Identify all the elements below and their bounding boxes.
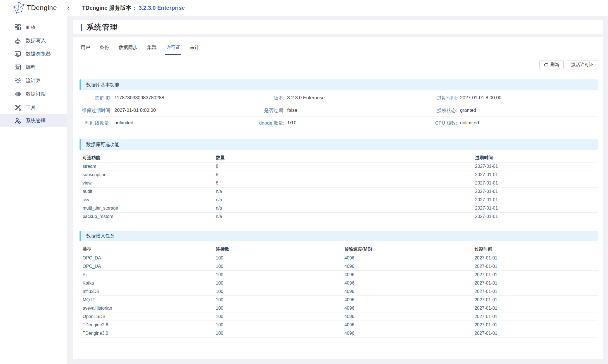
connections-cell: 100 xyxy=(213,262,342,271)
refresh-icon xyxy=(544,63,548,67)
content-card: 用户 备份 数据同步 集群 许可证 审计 刷新 激活许可证 数据库基本功能 xyxy=(73,37,603,359)
kv-row: 维保过期时间: 2027-01-01 8:00:00 是否过期: false 授… xyxy=(80,104,598,117)
ingestion-tasks-table: 类型 连接数 传输速度(MB) 过期时间 OPC_DA 100 4096 202… xyxy=(80,245,598,338)
task-type-cell: TDengine2.6 xyxy=(80,321,213,329)
field-label: dnode 数量: xyxy=(252,120,284,126)
activate-license-label: 激活许可证 xyxy=(571,62,593,68)
section-title: 数据接入任务 xyxy=(86,233,115,239)
sidebar-item-label: 工具 xyxy=(26,104,36,111)
quantity-cell: 8 xyxy=(213,171,472,179)
connections-cell: 100 xyxy=(213,296,342,304)
task-type-cell: Pi xyxy=(80,271,213,279)
task-type-cell: OPC_DA xyxy=(80,254,213,262)
tdengine-logo[interactable]: TDengine xyxy=(0,1,67,14)
connections-cell: 100 xyxy=(213,304,342,312)
sidebar-collapse-button[interactable]: ‹ xyxy=(65,3,72,12)
sidebar-item-tools[interactable]: 工具 xyxy=(0,101,67,114)
section-header-optional-features: 数据库可选功能 xyxy=(80,139,598,150)
sidebar-item-stream-computing[interactable]: 流计算 xyxy=(0,74,67,87)
sidebar-item-data-write[interactable]: 数据写入 xyxy=(0,34,67,47)
section-title: 数据库可选功能 xyxy=(86,141,119,148)
expire-date-cell: 2027-01-01 xyxy=(472,296,598,304)
expire-date-cell: 2027-01-01 xyxy=(472,321,598,329)
sidebar-item-system-management[interactable]: 系统管理 xyxy=(0,114,67,127)
sidebar-item-label: 数据浏览器 xyxy=(26,50,51,57)
field-label: 过期时间: xyxy=(425,95,457,101)
expire-date-cell: 2027-01-01 xyxy=(472,179,598,187)
table-row: backup_restore n/a 2027-01-01 xyxy=(80,212,598,221)
task-type-cell: avevaHistorian xyxy=(80,304,213,312)
transfer-speed-cell: 4096 xyxy=(341,287,471,296)
page-title: 系统管理 xyxy=(86,22,118,32)
section-title: 数据库基本功能 xyxy=(86,82,119,88)
tab-users[interactable]: 用户 xyxy=(81,45,90,55)
section-header-ingestion-tasks: 数据接入任务 xyxy=(80,231,598,241)
expire-date-cell: 2027-01-01 xyxy=(472,262,598,271)
service-version: TDengine 服务版本：3.2.3.0 Enterprise xyxy=(82,4,185,12)
activate-license-button[interactable]: 激活许可证 xyxy=(567,60,598,69)
page-title-card: 系统管理 xyxy=(73,20,603,34)
sidebar-item-programming[interactable]: 编程 xyxy=(0,60,67,74)
feature-name-cell: stream xyxy=(80,162,213,171)
sidebar-item-data-subscription[interactable]: 数据订阅 xyxy=(0,87,67,101)
expire-date-cell: 2027-01-01 xyxy=(472,254,598,262)
sidebar-item-data-explorer[interactable]: 数据浏览器 xyxy=(0,47,67,60)
field-label: 时间线数量 : xyxy=(80,120,112,126)
topbar: TDengine ‹ TDengine 服务版本：3.2.3.0 Enterpr… xyxy=(0,0,608,16)
table-row: OPC_DA 100 4096 2027-01-01 xyxy=(80,254,598,262)
field-expire-time: 过期时间: 2027-01-01 8:00:00 xyxy=(425,95,598,101)
table-row: stream 8 2027-01-01 xyxy=(80,162,598,171)
field-value: 1/10 xyxy=(287,120,296,126)
tab-cluster[interactable]: 集群 xyxy=(147,45,157,55)
column-header: 传输速度(MB) xyxy=(341,245,471,254)
data-write-icon xyxy=(14,37,21,44)
sidebar-item-label: 数据订阅 xyxy=(26,91,46,97)
column-header: 类型 xyxy=(80,245,213,254)
field-value: 2027-01-01 8:00:00 xyxy=(460,95,501,101)
quantity-cell: 8 xyxy=(213,179,472,187)
tools-icon xyxy=(14,104,21,111)
connections-cell: 100 xyxy=(213,271,342,279)
column-header: 可选功能 xyxy=(80,154,213,162)
field-value: granted xyxy=(460,108,476,113)
tab-data-sync[interactable]: 数据同步 xyxy=(119,45,138,55)
quantity-cell: n/a xyxy=(213,212,472,221)
field-value: 3.2.3.0 Enterprise xyxy=(287,95,325,101)
field-label: 授权状态: xyxy=(425,107,457,114)
transfer-speed-cell: 4096 xyxy=(341,254,471,262)
quantity-cell: n/a xyxy=(213,196,472,204)
table-row: TDengine2.6 100 4096 2027-01-01 xyxy=(80,321,598,329)
connections-cell: 100 xyxy=(213,279,342,287)
task-type-cell: OPC_UA xyxy=(80,262,213,271)
feature-name-cell: audit xyxy=(80,187,213,196)
field-grant-status: 授权状态: granted xyxy=(425,107,598,114)
title-accent-bar xyxy=(81,24,82,31)
sidebar-item-label: 编程 xyxy=(26,64,36,71)
expire-date-cell: 2027-01-01 xyxy=(472,187,598,196)
field-label: 版本: xyxy=(252,95,284,101)
tab-audit[interactable]: 审计 xyxy=(190,45,199,55)
table-row: MQTT 100 4096 2027-01-01 xyxy=(80,296,598,304)
main-content: 系统管理 用户 备份 数据同步 集群 许可证 审计 刷新 激活许可证 xyxy=(67,16,608,364)
tab-license[interactable]: 许可证 xyxy=(166,45,180,55)
field-label: 集群 ID: xyxy=(80,95,112,101)
tab-bar: 用户 备份 数据同步 集群 许可证 审计 xyxy=(80,37,598,55)
task-type-cell: MQTT xyxy=(80,296,213,304)
data-subscription-icon xyxy=(14,90,21,98)
feature-name-cell: csv xyxy=(80,196,213,204)
expire-date-cell: 2027-01-01 xyxy=(472,312,598,321)
table-row: Kafka 100 4096 2027-01-01 xyxy=(80,279,598,287)
quantity-cell: n/a xyxy=(213,187,472,196)
tab-backup[interactable]: 备份 xyxy=(100,45,109,55)
field-label: 是否过期: xyxy=(252,107,284,114)
refresh-button[interactable]: 刷新 xyxy=(539,60,564,69)
transfer-speed-cell: 4096 xyxy=(341,304,471,312)
sidebar: 面板 数据写入 数据浏览器 编程 流计算 xyxy=(0,16,67,364)
logo-text: TDengine xyxy=(27,4,57,12)
table-row: csv n/a 2027-01-01 xyxy=(80,196,598,204)
section-header-basic-features: 数据库基本功能 xyxy=(80,79,598,90)
sidebar-item-dashboard[interactable]: 面板 xyxy=(0,20,67,34)
expire-date-cell: 2027-01-01 xyxy=(472,162,598,171)
transfer-speed-cell: 4096 xyxy=(341,329,471,338)
expire-date-cell: 2027-01-01 xyxy=(472,196,598,204)
